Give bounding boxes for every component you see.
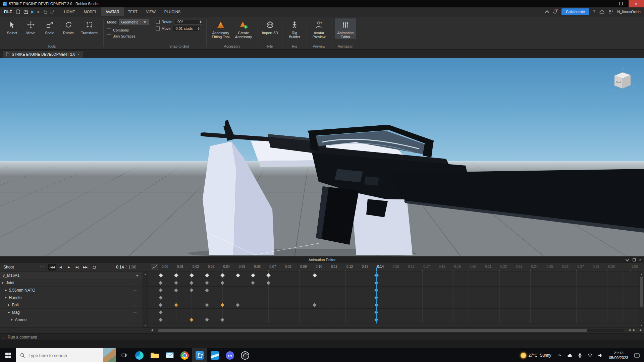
keyframe-diamond[interactable]	[159, 303, 162, 307]
track-menu-button[interactable]: ···	[133, 296, 138, 300]
scroll-right-icon[interactable]: ▶	[640, 328, 642, 331]
stepper-up-icon[interactable]	[198, 27, 200, 28]
start-button[interactable]	[0, 348, 16, 362]
scrollbar-track[interactable]	[158, 329, 624, 332]
share-icon[interactable]	[609, 10, 613, 14]
animation-editor-header[interactable]: Animation Editor ×	[0, 256, 644, 263]
search-input[interactable]	[28, 353, 100, 358]
taskbar-app-blue[interactable]	[207, 348, 222, 362]
expand-arrow-icon[interactable]: ▶	[2, 282, 4, 284]
rotate-tool-button[interactable]: Rotate	[60, 18, 77, 35]
scroll-left-icon[interactable]: ◀	[151, 328, 153, 331]
maximize-button[interactable]	[613, 0, 629, 7]
rig-builder-button[interactable]: Rig Builder	[286, 18, 303, 39]
scrollbar-thumb[interactable]	[640, 277, 643, 307]
taskbar-app-discord[interactable]	[222, 348, 237, 362]
accessory-fitting-tool-button[interactable]: Accessory Fitting Tool	[210, 18, 231, 39]
keyframe-diamond[interactable]	[251, 281, 255, 285]
previous-keyframe-button[interactable]: ◀	[57, 264, 64, 270]
keyframe-diamond[interactable]	[159, 288, 162, 292]
speaker-icon[interactable]	[595, 353, 605, 358]
keyframe-diamond[interactable]	[313, 303, 316, 307]
notifications-bell-icon[interactable]	[553, 9, 557, 14]
keyframe-diamond[interactable]	[190, 288, 193, 292]
stepper-down-icon[interactable]	[198, 29, 200, 30]
track-menu-button[interactable]: ···	[133, 310, 138, 314]
track-row[interactable]: ▶Bolt···	[0, 301, 143, 309]
taskbar-app-chrome[interactable]	[177, 348, 192, 362]
keyframe-diamond[interactable]	[205, 273, 209, 278]
track-row[interactable]: ▶Handle···	[0, 294, 143, 301]
search-highlight-image[interactable]	[103, 348, 116, 362]
scroll-up-icon[interactable]: ▲	[143, 273, 148, 275]
tab-view[interactable]: VIEW	[142, 7, 160, 16]
taskbar-app-mail[interactable]	[162, 348, 177, 362]
document-tab[interactable]: STRIKE ENGINE DEVELOPMENT 2.0 ×	[3, 50, 83, 58]
keyframe-diamond[interactable]	[313, 273, 317, 278]
loop-toggle-button[interactable]	[90, 264, 98, 270]
track-menu-button[interactable]: ···	[133, 281, 138, 285]
keyframe-diamond[interactable]	[205, 281, 209, 285]
keyframe-diamond[interactable]	[174, 303, 178, 307]
keyframe-diamond[interactable]	[220, 318, 224, 321]
track-row[interactable]: ▶Joint···	[0, 279, 143, 287]
keyframe-diamond[interactable]	[251, 273, 256, 278]
taskbar-app-roblox-studio[interactable]	[192, 348, 207, 362]
keyframe-diamond[interactable]	[190, 318, 193, 321]
new-file-icon[interactable]	[16, 9, 20, 14]
collaborate-button[interactable]: Collaborate	[561, 8, 589, 15]
tab-plugins[interactable]: PLUGINS	[160, 7, 185, 16]
expand-arrow-icon[interactable]: ▶	[8, 311, 10, 314]
animation-editor-button[interactable]: Animation Editor	[335, 18, 356, 39]
keyframe-diamond[interactable]	[174, 288, 178, 292]
transform-tool-button[interactable]: Transform	[78, 18, 100, 35]
panel-float-icon[interactable]	[633, 258, 636, 261]
snap-rotate-checkbox[interactable]	[156, 20, 160, 24]
go-to-end-button[interactable]: ▶▶|	[82, 264, 90, 270]
tab-home[interactable]: HOME	[60, 7, 79, 16]
collapse-ribbon-icon[interactable]	[545, 10, 549, 14]
undo-icon[interactable]	[43, 10, 47, 14]
taskbar-search[interactable]	[16, 348, 116, 362]
wifi-icon[interactable]	[585, 353, 595, 357]
keyframe-diamond[interactable]	[190, 273, 194, 278]
track-row[interactable]: ▶Mag···	[0, 309, 143, 316]
cloud-icon[interactable]	[599, 10, 605, 14]
track-menu-button[interactable]: ···	[133, 288, 138, 292]
next-keyframe-button[interactable]: ▶|	[73, 264, 81, 270]
keyframe-diamond[interactable]	[159, 296, 162, 299]
expand-arrow-icon[interactable]: ▶	[5, 296, 7, 299]
keyframe-diamond[interactable]	[190, 281, 193, 285]
move-tool-button[interactable]: Move	[22, 18, 40, 35]
keyframe-lanes[interactable]	[148, 272, 639, 323]
current-time[interactable]: 0:14	[116, 265, 124, 269]
playhead-line[interactable]	[376, 272, 377, 323]
snap-move-input[interactable]: 0.01 studs	[173, 26, 201, 31]
keyframe-diamond[interactable]	[220, 303, 224, 307]
help-icon[interactable]: ?	[593, 9, 596, 14]
command-input[interactable]: Run a command	[8, 335, 37, 340]
keyframe-diamond[interactable]	[174, 273, 178, 278]
add-track-button[interactable]: +	[136, 273, 139, 278]
go-to-start-button[interactable]: |◀◀	[48, 264, 56, 270]
scroll-up-icon[interactable]: ▲	[639, 273, 644, 275]
tab-test[interactable]: TEST	[124, 7, 142, 16]
join-surfaces-checkbox[interactable]	[107, 34, 111, 38]
stepper-up-icon[interactable]	[200, 20, 202, 22]
scale-tool-button[interactable]: Scale	[41, 18, 58, 35]
avatar-preview-button[interactable]: Avatar Preview	[310, 18, 328, 39]
file-menu[interactable]: FILE	[0, 10, 16, 14]
redo-icon[interactable]	[50, 10, 55, 14]
username-label[interactable]: N_itrousOxide	[617, 10, 641, 14]
keyframe-diamond[interactable]	[159, 273, 163, 278]
viewport-3d[interactable]: Back Y Z X	[0, 58, 644, 256]
scroll-down-icon[interactable]: ▼	[639, 324, 644, 326]
keyframe-diamond[interactable]	[220, 273, 225, 278]
keyframe-diamond[interactable]	[236, 303, 239, 307]
view-cube[interactable]: Back Y Z X	[608, 67, 637, 95]
taskbar-weather[interactable]: 27°C Sunny	[517, 353, 555, 358]
select-tool-button[interactable]: Select	[3, 18, 21, 35]
stop-icon[interactable]: ■	[37, 10, 40, 14]
minimize-button[interactable]	[598, 0, 613, 7]
taskbar-app-edge[interactable]	[132, 348, 147, 362]
